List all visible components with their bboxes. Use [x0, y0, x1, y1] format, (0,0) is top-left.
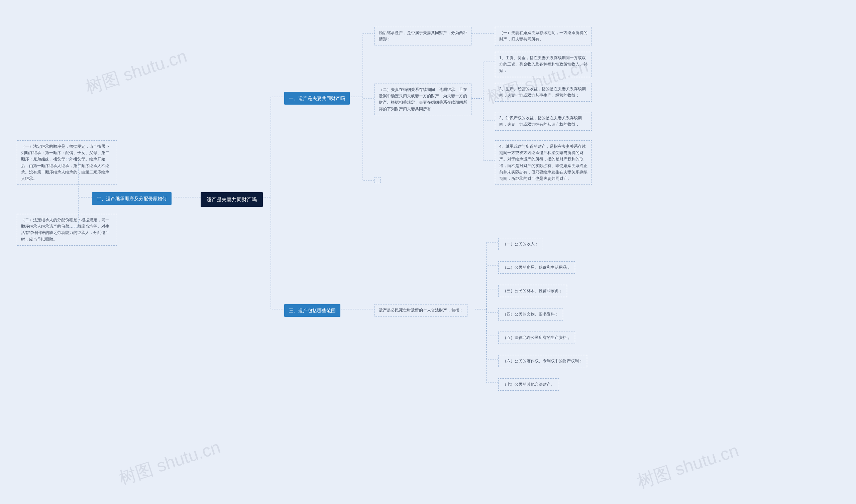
b3-item-3[interactable]: （三）公民的林木、牲畜和家禽；: [498, 285, 567, 297]
branch-3[interactable]: 三、遗产包括哪些范围: [284, 304, 340, 317]
watermark-3: 树图 shutu.cn: [116, 435, 224, 490]
root-node[interactable]: 遗产是夫妻共同财产吗: [201, 192, 263, 207]
watermark-4: 树图 shutu.cn: [634, 439, 742, 493]
b2-share[interactable]: （二）法定继承人的分配份额是：根据规定，同一顺序继承人继承遗产的份额，一般应当均…: [17, 214, 117, 246]
branch-1[interactable]: 一、遗产是夫妻共同财产吗: [284, 92, 350, 105]
b1-item-3[interactable]: 3、知识产权的收益，指的是在夫妻关系存续期间，夫妻一方或双方拥有的知识产权的收益…: [495, 112, 592, 131]
b1-case-1[interactable]: （一）夫妻在婚姻关系存续期间，一方继承所得的财产，归夫妻共同所有。: [495, 27, 592, 46]
b3-item-5[interactable]: （五）法律允许公民所有的生产资料；: [498, 331, 575, 344]
b1-item-2[interactable]: 2、生产、经营的收益，指的是在夫妻关系存续期间，夫妻一方或双方从事生产、经营的收…: [495, 83, 592, 102]
b1-item-4[interactable]: 4、继承或赠与所得的财产，是指在夫妻关系存续期间一方或双方因继承遗产和接受赠与所…: [495, 140, 592, 185]
b3-intro[interactable]: 遗产是公民死亡时遗留的个人合法财产，包括：: [374, 304, 467, 317]
branch-2[interactable]: 二、遗产继承顺序及分配份额如何: [92, 192, 172, 205]
b1-intro[interactable]: 婚后继承遗产，是否属于夫妻共同财产，分为两种情形：: [374, 27, 471, 46]
b1-case-2[interactable]: （二）夫妻在婚姻关系存续期间，遗嘱继承、且在遗嘱中确定只归夫或妻一方的财产，为夫…: [374, 84, 471, 115]
b3-item-6[interactable]: （六）公民的著作权、专利权中的财产权利；: [498, 355, 587, 367]
b2-order[interactable]: （一）法定继承的顺序是：根据规定，遗产按照下列顺序继承：第一顺序：配偶、子女、父…: [17, 140, 117, 185]
connector-lines: [0, 0, 856, 504]
b3-item-2[interactable]: （二）公民的房屋、储蓄和生活用品；: [498, 262, 575, 274]
b3-item-1[interactable]: （一）公民的收入；: [498, 238, 543, 250]
b3-item-4[interactable]: （四）公民的文物、图书资料；: [498, 308, 563, 321]
b3-item-7[interactable]: （七）公民的其他合法财产。: [498, 378, 559, 391]
b1-item-1[interactable]: 1、工资、奖金，指在夫妻关系存续期间一方或双方的工资、奖金收入及各种福利性政策性…: [495, 52, 592, 77]
b1-empty-leaf: [374, 177, 380, 183]
watermark-1: 树图 shutu.cn: [83, 44, 190, 99]
